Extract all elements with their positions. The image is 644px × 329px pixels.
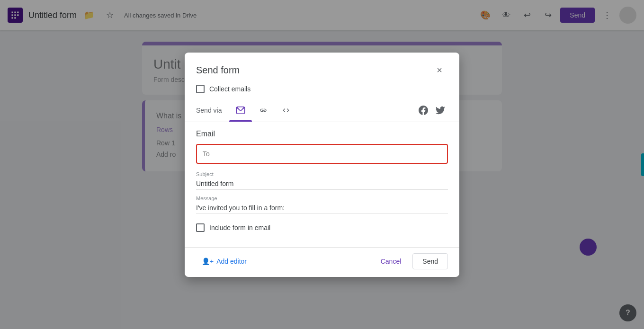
- add-editor-button[interactable]: 👤+ Add editor: [196, 254, 252, 269]
- add-editor-icon: 👤+: [202, 258, 214, 265]
- tab-embed-button[interactable]: [275, 99, 297, 122]
- subject-input[interactable]: [196, 178, 448, 190]
- include-form-label: Include form in email: [209, 224, 270, 231]
- tab-email-button[interactable]: [229, 99, 252, 122]
- collect-emails-label: Collect emails: [209, 85, 250, 93]
- modal-overlay: Send form × Collect emails Send via: [0, 0, 644, 329]
- dialog-header: Send form ×: [185, 53, 459, 79]
- collect-emails-row: Collect emails: [185, 79, 459, 99]
- send-via-label: Send via: [196, 107, 222, 114]
- message-input[interactable]: [196, 202, 448, 214]
- add-editor-label: Add editor: [216, 258, 247, 265]
- twitter-share-button[interactable]: [433, 103, 448, 118]
- social-icons: [416, 103, 448, 118]
- collect-emails-checkbox[interactable]: [196, 85, 205, 93]
- send-via-row: Send via: [185, 99, 459, 122]
- to-field-input[interactable]: [203, 150, 441, 158]
- cancel-button[interactable]: Cancel: [373, 254, 409, 269]
- subject-field-group: Subject: [196, 171, 448, 190]
- email-section: Email Subject Message Include form in em…: [185, 122, 459, 247]
- dialog-footer: 👤+ Add editor Cancel Send: [185, 247, 459, 277]
- tab-link-button[interactable]: [252, 99, 275, 122]
- dialog-title: Send form: [196, 65, 240, 76]
- to-field-wrapper: [196, 144, 448, 164]
- message-field-group: Message: [196, 196, 448, 214]
- dialog-close-button[interactable]: ×: [431, 62, 448, 79]
- footer-actions: Cancel Send: [373, 253, 448, 269]
- include-form-checkbox[interactable]: [196, 223, 205, 232]
- message-label: Message: [196, 196, 448, 201]
- subject-label: Subject: [196, 171, 448, 177]
- email-section-title: Email: [196, 130, 448, 138]
- dialog-send-button[interactable]: Send: [412, 253, 448, 269]
- send-form-dialog: Send form × Collect emails Send via: [185, 53, 459, 277]
- include-form-row: Include form in email: [196, 220, 448, 236]
- facebook-share-button[interactable]: [416, 103, 431, 118]
